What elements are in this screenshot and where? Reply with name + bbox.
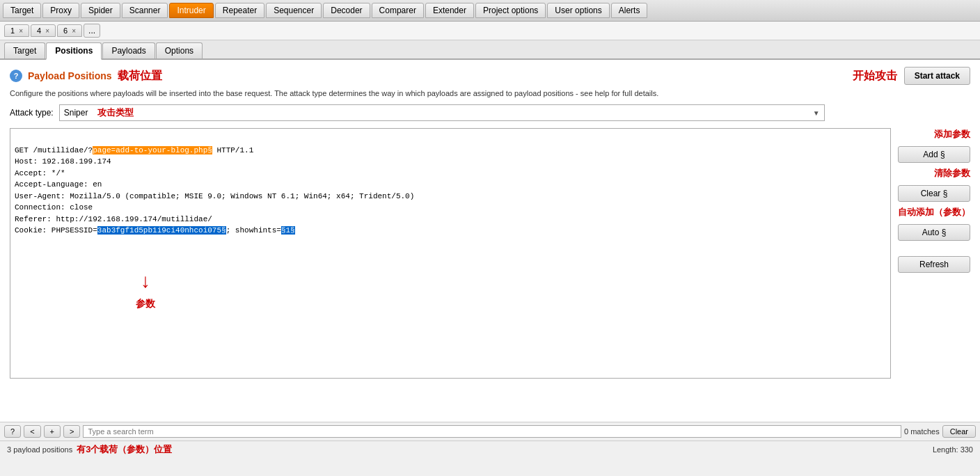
sub-tab-4-label: 4 [37,26,41,35]
request-line2: Host: 192.168.199.174 [15,157,111,166]
menu-tab-intruder[interactable]: Intruder [169,3,213,18]
annotation-label-cn: 参数 [136,299,155,310]
dropdown-arrow-icon: ▼ [813,109,820,117]
menu-tab-project-options[interactable]: Project options [475,3,546,18]
menu-tab-spider[interactable]: Spider [81,3,120,18]
auto-btn-label-cn: 自动添加（参数） [898,206,970,219]
help-icon[interactable]: ? [10,70,22,82]
menu-tab-alerts[interactable]: Alerts [611,3,648,18]
sub-tab-1[interactable]: 1 × [4,24,29,37]
right-buttons: 添加参数 Add § 清除参数 Clear § 自动添加（参数） Auto § … [898,128,970,273]
sub-tab-6-close[interactable]: × [72,27,76,35]
request-editor-wrapper: GET /mutillidae/?page=add-to-your-blog.p… [10,128,891,379]
highlight-sessid: 3ab3fgf1d5pb1i9ci40nhcoi075§ [97,226,226,235]
bottom-help-button[interactable]: ? [4,425,21,438]
length-text: Length: 330 [933,445,973,454]
refresh-button[interactable]: Refresh [898,256,970,273]
main-content: ? Payload Positions 载荷位置 开始攻击 Start atta… [0,60,980,422]
menu-tab-sequencer[interactable]: Sequencer [266,3,322,18]
prev-button[interactable]: < [24,425,40,438]
auto-section-button[interactable]: Auto § [898,224,970,241]
bottom-bar: ? < + > 0 matches Clear [0,422,980,441]
sub-tab-4-close[interactable]: × [45,27,49,35]
menu-tab-proxy[interactable]: Proxy [42,3,79,18]
sub-tab-6-label: 6 [63,26,68,35]
clear-btn-label-cn: 清除参数 [898,167,970,180]
section-title-cn: 载荷位置 [118,69,162,84]
next-button[interactable]: > [63,425,80,438]
add-btn-label-cn: 添加参数 [898,128,970,141]
clear-section-button[interactable]: Clear § [898,185,970,202]
menu-tab-decoder[interactable]: Decoder [323,3,370,18]
matches-label: 0 matches [904,427,940,436]
request-line1: GET /mutillidae/?page=add-to-your-blog.p… [15,146,253,154]
sub-tab-6[interactable]: 6 × [57,24,82,37]
add-section-button[interactable]: Add § [898,146,970,163]
attack-type-row: Attack type: Sniper 攻击类型 ▼ [10,104,970,121]
add-search-button[interactable]: + [44,425,61,438]
request-line8: Cookie: PHPSESSID=3ab3fgf1d5pb1i9ci40nhc… [15,226,295,235]
status-left: 3 payload positions 有3个载荷（参数）位置 [7,443,172,456]
section-header: ? Payload Positions 载荷位置 开始攻击 Start atta… [10,67,970,85]
status-bar: 3 payload positions 有3个载荷（参数）位置 Length: … [0,441,980,458]
inner-tab-positions[interactable]: Positions [46,42,102,60]
section-title: ? Payload Positions 载荷位置 [10,69,162,84]
payload-count-text: 3 payload positions [7,445,72,454]
inner-tab-payloads[interactable]: Payloads [102,42,155,58]
sub-tab-4[interactable]: 4 × [31,24,56,37]
top-menu-bar: Target Proxy Spider Scanner Intruder Rep… [0,0,980,22]
arrow-annotation: ↓ 参数 [136,268,155,312]
sub-tab-1-close[interactable]: × [19,27,23,35]
sub-tab-dots[interactable]: ... [84,24,100,38]
attack-type-label: Attack type: [10,108,54,118]
description-text: Configure the positions where payloads w… [10,89,970,97]
menu-tab-repeater[interactable]: Repeater [215,3,264,18]
request-editor[interactable]: GET /mutillidae/?page=add-to-your-blog.p… [10,128,891,379]
menu-tab-target[interactable]: Target [3,3,41,18]
start-attack-area: 开始攻击 Start attack [853,67,970,85]
inner-tab-options[interactable]: Options [156,42,203,58]
request-line5: User-Agent: Mozilla/5.0 (compatible; MSI… [15,192,414,200]
request-content: GET /mutillidae/?page=add-to-your-blog.p… [15,133,886,248]
request-line7: Referer: http://192.168.199.174/mutillid… [15,215,212,223]
start-attack-button[interactable]: Start attack [904,67,970,85]
menu-tab-scanner[interactable]: Scanner [122,3,168,18]
request-line4: Accept-Language: en [15,180,102,189]
menu-tab-extender[interactable]: Extender [425,3,474,18]
search-input[interactable] [83,425,901,438]
menu-tab-comparer[interactable]: Comparer [372,3,424,18]
highlight-page-value: add-to-your-blog.php§ [116,146,212,154]
section-title-text: Payload Positions [28,70,112,81]
request-area-container: GET /mutillidae/?page=add-to-your-blog.p… [10,128,970,379]
inner-tab-bar: Target Positions Payloads Options [0,40,980,60]
menu-tab-user-options[interactable]: User options [547,3,609,18]
attack-type-cn: 攻击类型 [97,107,134,118]
highlight-page-param: page= [93,146,116,154]
sub-tab-1-label: 1 [10,26,15,35]
attack-type-value: Sniper 攻击类型 [64,106,134,119]
highlight-showhints: §1§ [281,226,295,235]
clear-search-button[interactable]: Clear [942,425,976,438]
arrow-down-icon: ↓ [136,268,155,297]
start-attack-cn: 开始攻击 [853,69,897,84]
request-line3: Accept: */* [15,169,65,177]
attack-type-select[interactable]: Sniper 攻击类型 ▼ [59,104,825,121]
request-line6: Connection: close [15,203,93,212]
payload-count-cn: 有3个载荷（参数）位置 [77,443,172,456]
inner-tab-target[interactable]: Target [4,42,45,58]
sub-tab-bar: 1 × 4 × 6 × ... [0,22,980,40]
